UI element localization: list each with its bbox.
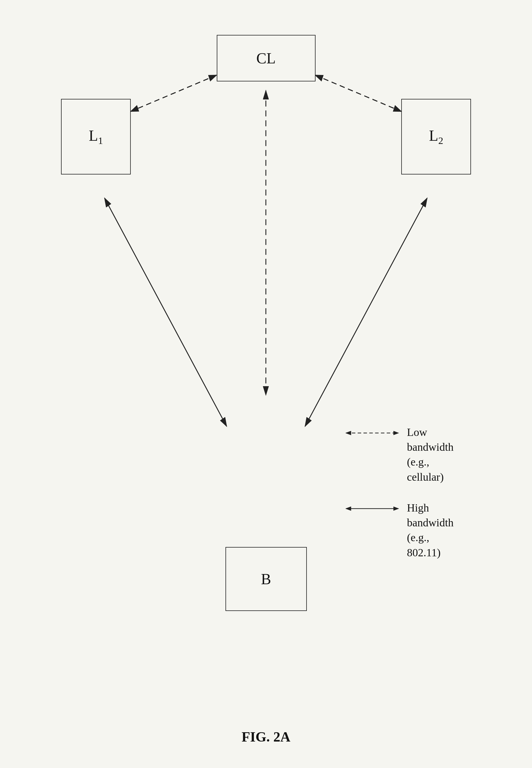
diagram-container: CL L1 L2 B: [44, 17, 488, 710]
svg-line-5: [315, 75, 401, 111]
l1-sub: 1: [98, 135, 103, 146]
node-l2: L2: [401, 99, 471, 174]
l2-label: L2: [429, 127, 443, 146]
low-bandwidth-arrow: [343, 429, 401, 437]
l1-label: L1: [89, 127, 103, 146]
svg-line-7: [105, 198, 227, 426]
cl-label: CL: [256, 50, 275, 67]
b-label: B: [261, 570, 271, 588]
legend: Low bandwidth (e.g., cellular): [343, 425, 454, 576]
svg-line-8: [305, 198, 427, 426]
svg-line-4: [131, 75, 216, 111]
legend-high-bandwidth: High bandwidth (e.g., 802.11): [343, 500, 454, 560]
legend-low-bandwidth: Low bandwidth (e.g., cellular): [343, 425, 454, 484]
high-bandwidth-arrow: [343, 504, 401, 513]
low-bandwidth-text: Low bandwidth (e.g., cellular): [407, 425, 454, 484]
node-cl: CL: [217, 35, 316, 81]
figure-caption: FIG. 2A: [242, 729, 291, 745]
node-l1: L1: [61, 99, 131, 174]
l2-sub: 2: [438, 135, 443, 146]
node-b: B: [225, 547, 307, 611]
high-bandwidth-text: High bandwidth (e.g., 802.11): [407, 500, 454, 560]
